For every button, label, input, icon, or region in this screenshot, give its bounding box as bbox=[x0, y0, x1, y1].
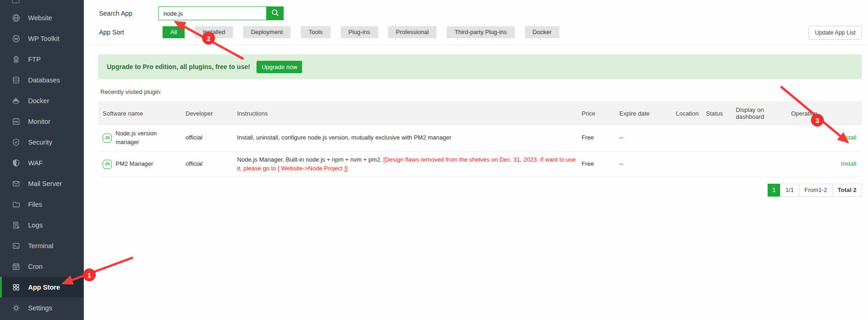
developer-cell: official bbox=[186, 151, 237, 177]
sidebar-item-waf[interactable]: WAF bbox=[0, 152, 84, 173]
search-button[interactable] bbox=[266, 6, 284, 20]
shield-check-icon bbox=[12, 138, 20, 146]
recently-visited-label: Recently visited plugin: bbox=[100, 88, 868, 95]
docker-icon bbox=[12, 97, 20, 105]
total-count-indicator: Total 2 bbox=[832, 184, 862, 197]
mail-icon bbox=[12, 180, 20, 188]
sidebar-item-logs[interactable]: Logs bbox=[0, 215, 84, 235]
header-operation: Operation bbox=[791, 101, 862, 125]
table-row: JS Node.js version manager official Inst… bbox=[98, 125, 862, 151]
filter-all[interactable]: All bbox=[163, 26, 185, 38]
sidebar-item-label: Monitor bbox=[28, 118, 50, 125]
sidebar-item-security[interactable]: Security bbox=[0, 132, 84, 152]
app-store-icon bbox=[12, 283, 20, 291]
display-on-dashboard-cell bbox=[736, 151, 791, 177]
sidebar-item-label: Cron bbox=[28, 263, 42, 270]
header-instructions: Instructions bbox=[237, 101, 582, 125]
filter-buttons: All Installed Deployment Tools Plug-ins … bbox=[163, 26, 570, 38]
header-status: Status bbox=[706, 101, 736, 125]
toolbar: Search App App Sort All Installed Deploy… bbox=[84, 0, 868, 45]
terminal-icon bbox=[12, 242, 20, 250]
page-number-button[interactable]: 1 bbox=[768, 184, 781, 197]
header-price: Price bbox=[582, 101, 619, 125]
sidebar-item-label: Databases bbox=[28, 76, 60, 84]
monitor-icon bbox=[12, 117, 20, 126]
folder-icon bbox=[12, 200, 20, 209]
sidebar: Website WP Toolkit FTP Databases Docker … bbox=[0, 0, 84, 320]
filter-deployment[interactable]: Deployment bbox=[243, 26, 291, 38]
sidebar-item-label: WAF bbox=[28, 159, 43, 167]
sidebar-item-cron[interactable]: Cron bbox=[0, 256, 84, 277]
sidebar-item-label: Terminal bbox=[28, 242, 53, 250]
sidebar-item-label: Docker bbox=[28, 97, 49, 105]
page-range-indicator: From1-2 bbox=[799, 184, 833, 197]
header-software-name: Software name bbox=[98, 101, 186, 125]
clipped-menu-icon bbox=[12, 0, 19, 3]
price-cell: Free bbox=[582, 125, 619, 151]
cron-icon bbox=[12, 262, 20, 271]
sidebar-item-settings[interactable]: Settings bbox=[0, 297, 84, 318]
instructions-cell: Node.js Manager, Built-in node.js + npm … bbox=[237, 151, 582, 177]
location-cell bbox=[676, 125, 706, 151]
gear-icon bbox=[12, 304, 20, 312]
sidebar-item-label: FTP bbox=[28, 56, 41, 63]
header-display-on-dashboard: Display on dashboard bbox=[736, 101, 791, 125]
filter-docker[interactable]: Docker bbox=[525, 26, 559, 38]
database-icon bbox=[12, 76, 20, 84]
sidebar-item-files[interactable]: Files bbox=[0, 194, 84, 215]
pagination: 1 1/1 From1-2 Total 2 bbox=[84, 184, 862, 197]
display-on-dashboard-cell bbox=[736, 125, 791, 151]
sidebar-item-label: WP Toolkit bbox=[28, 35, 59, 42]
sidebar-item-terminal[interactable]: Terminal bbox=[0, 235, 84, 256]
sidebar-item-mail-server[interactable]: Mail Server bbox=[0, 173, 84, 194]
instructions-cell: Install, uninstall, configure node.js ve… bbox=[237, 125, 582, 151]
filter-plug-ins[interactable]: Plug-ins bbox=[341, 26, 378, 38]
status-cell bbox=[706, 151, 736, 177]
update-app-list-button[interactable]: Update App List bbox=[809, 26, 862, 40]
search-row: Search App bbox=[99, 6, 868, 20]
sidebar-item-label: Website bbox=[28, 14, 52, 22]
table-row: JS PM2 Manager official Node.js Manager,… bbox=[98, 151, 862, 177]
sidebar-item-label: Files bbox=[28, 201, 42, 208]
waf-shield-icon bbox=[12, 159, 20, 167]
sidebar-item-monitor[interactable]: Monitor bbox=[0, 111, 84, 132]
app-name-cell: JS Node.js version manager bbox=[103, 129, 182, 147]
sidebar-item-label: Mail Server bbox=[28, 180, 62, 187]
wordpress-icon bbox=[12, 35, 20, 43]
app-sort-label: App Sort bbox=[99, 29, 143, 36]
filter-tools[interactable]: Tools bbox=[301, 26, 330, 38]
app-sort-row: App Sort All Installed Deployment Tools … bbox=[99, 26, 868, 38]
developer-cell: official bbox=[186, 125, 237, 151]
expire-date-cell: -- bbox=[619, 151, 676, 177]
filter-installed[interactable]: Installed bbox=[195, 26, 233, 38]
sidebar-item-app-store[interactable]: App Store bbox=[0, 277, 84, 297]
install-link[interactable]: Install bbox=[841, 134, 856, 141]
sidebar-item-label: Settings bbox=[28, 304, 52, 312]
app-name-cell: JS PM2 Manager bbox=[103, 160, 182, 169]
page-of-indicator: 1/1 bbox=[780, 184, 799, 197]
main-content: Search App App Sort All Installed Deploy… bbox=[84, 0, 868, 320]
install-link[interactable]: Install bbox=[841, 160, 856, 167]
sidebar-item-website[interactable]: Website bbox=[0, 7, 84, 28]
upgrade-banner-text: Upgrade to Pro edition, all plugins, fre… bbox=[107, 63, 250, 70]
sidebar-item-databases[interactable]: Databases bbox=[0, 70, 84, 90]
expire-date-cell: -- bbox=[619, 125, 676, 151]
logs-icon bbox=[12, 221, 20, 229]
price-cell: Free bbox=[582, 151, 619, 177]
location-cell bbox=[676, 151, 706, 177]
filter-third-party-plug-ins[interactable]: Third-party Plug-ins bbox=[447, 26, 514, 38]
sidebar-item-wp-toolkit[interactable]: WP Toolkit bbox=[0, 28, 84, 49]
header-location: Location bbox=[676, 101, 706, 125]
sidebar-item-ftp[interactable]: FTP bbox=[0, 49, 84, 70]
upgrade-banner: Upgrade to Pro edition, all plugins, fre… bbox=[98, 54, 862, 79]
sidebar-item-label: Security bbox=[28, 139, 52, 146]
filter-professional[interactable]: Professional bbox=[388, 26, 437, 38]
search-box bbox=[158, 6, 284, 20]
search-app-label: Search App bbox=[99, 10, 143, 17]
upgrade-now-button[interactable]: Upgrade now bbox=[256, 61, 302, 73]
sidebar-item-label: App Store bbox=[28, 284, 60, 291]
plugin-table: Software name Developer Instructions Pri… bbox=[98, 101, 862, 177]
app-name: PM2 Manager bbox=[116, 160, 153, 169]
sidebar-item-docker[interactable]: Docker bbox=[0, 90, 84, 111]
search-input[interactable] bbox=[158, 6, 266, 20]
